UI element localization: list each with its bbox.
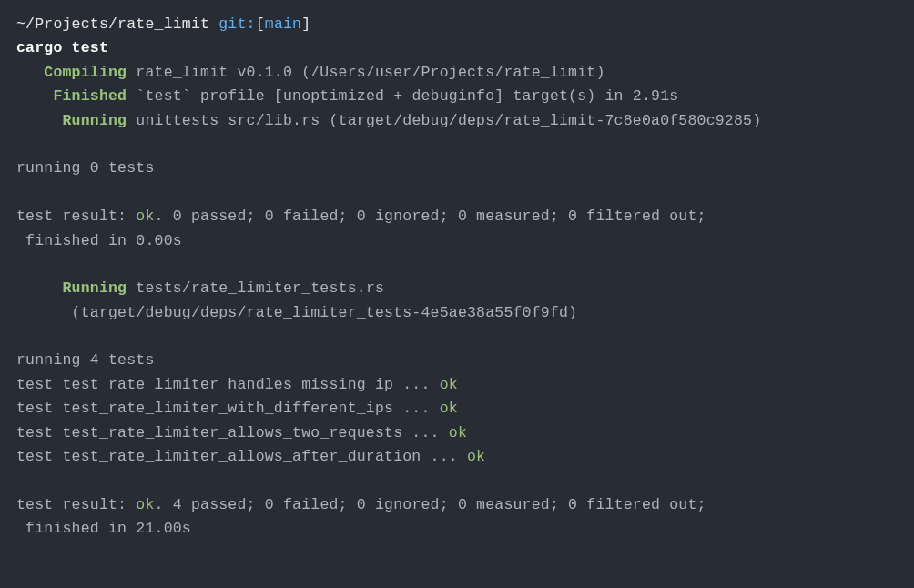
test-status: ok (449, 424, 467, 441)
compiling-line: Compiling rate_limit v0.1.0 (/Users/user… (16, 61, 898, 85)
branch-close: ] (301, 15, 310, 33)
blank-line (16, 253, 898, 277)
prompt-line: ~/Projects/rate_limit git:[main] (16, 13, 898, 36)
test-result-line: test test_rate_limiter_with_different_ip… (16, 397, 898, 421)
running-line-2b: (target/debug/deps/rate_limiter_tests-4e… (16, 301, 898, 325)
running-line-2a: Running tests/rate_limiter_tests.rs (16, 277, 898, 300)
running-label-1: Running (16, 112, 127, 129)
running-text-2a: tests/rate_limiter_tests.rs (127, 279, 384, 297)
blank-line (16, 325, 898, 349)
prompt-branch: main (265, 15, 301, 33)
running-text-1: unittests src/lib.rs (target/debug/deps/… (127, 112, 761, 129)
suite1-running: running 0 tests (16, 157, 898, 180)
suite2-finished: finished in 21.00s (16, 517, 898, 541)
suite1-result: test result: ok. 0 passed; 0 failed; 0 i… (16, 205, 898, 228)
command-line: cargo test (16, 36, 898, 60)
suite1-finished: finished in 0.00s (16, 229, 898, 253)
blank-line (16, 133, 898, 157)
blank-line (16, 181, 898, 205)
finished-label: Finished (16, 87, 127, 105)
test-result-line: test test_rate_limiter_allows_after_dura… (16, 445, 898, 469)
test-name: test test_rate_limiter_handles_missing_i… (16, 376, 440, 393)
branch-open: [ (256, 15, 265, 33)
result-prefix: test result: (16, 208, 136, 225)
finished-line: Finished `test` profile [unoptimized + d… (16, 85, 898, 108)
test-status: ok (440, 376, 458, 393)
test-name: test test_rate_limiter_allows_two_reques… (16, 424, 449, 441)
result-ok: ok (136, 496, 154, 513)
terminal-output[interactable]: ~/Projects/rate_limit git:[main] cargo t… (16, 13, 898, 542)
result-ok: ok (136, 208, 154, 225)
test-name: test test_rate_limiter_with_different_ip… (16, 400, 440, 417)
compiling-text: rate_limit v0.1.0 (/Users/user/Projects/… (127, 64, 604, 81)
running-line-1: Running unittests src/lib.rs (target/deb… (16, 109, 898, 133)
test-result-line: test test_rate_limiter_allows_two_reques… (16, 421, 898, 445)
test-status: ok (467, 448, 485, 465)
prompt-git-label: git: (218, 15, 255, 33)
test-status: ok (440, 400, 458, 417)
finished-text: `test` profile [unoptimized + debuginfo]… (127, 87, 678, 105)
result-rest: . 4 passed; 0 failed; 0 ignored; 0 measu… (155, 496, 706, 513)
result-prefix: test result: (16, 496, 136, 513)
blank-line (16, 469, 898, 492)
test-result-line: test test_rate_limiter_handles_missing_i… (16, 373, 898, 397)
running-label-2: Running (16, 279, 127, 297)
suite2-result: test result: ok. 4 passed; 0 failed; 0 i… (16, 493, 898, 517)
suite2-running: running 4 tests (16, 349, 898, 372)
result-rest: . 0 passed; 0 failed; 0 ignored; 0 measu… (155, 208, 706, 225)
prompt-path: ~/Projects/rate_limit (16, 15, 209, 33)
compiling-label: Compiling (16, 64, 127, 81)
test-name: test test_rate_limiter_allows_after_dura… (16, 448, 467, 465)
